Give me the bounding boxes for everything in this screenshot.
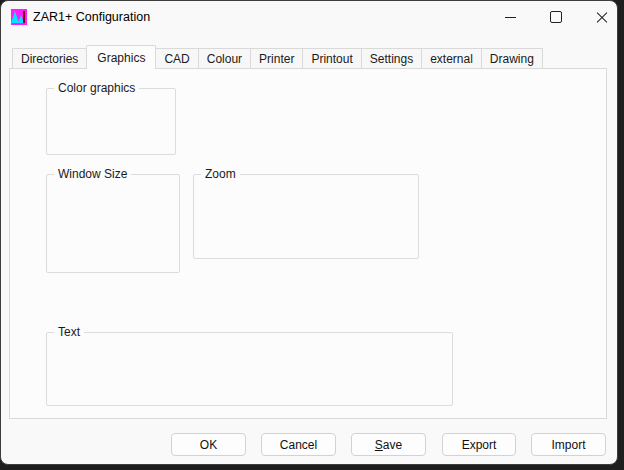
tab-bar: Directories Graphics CAD Colour Printer …	[13, 46, 543, 69]
color-graphics-group: Color graphics	[46, 88, 176, 155]
window-size-group: Window Size	[46, 174, 180, 273]
tab-printout[interactable]: Printout	[302, 48, 361, 68]
tab-cad[interactable]: CAD	[155, 48, 198, 68]
export-button-label: Export	[462, 438, 497, 452]
ok-button-label: OK	[200, 438, 217, 452]
title-bar: ZAR1+ Configuration	[1, 1, 617, 33]
tab-label: external	[430, 52, 473, 66]
tab-label: Settings	[370, 52, 413, 66]
save-button[interactable]: Save	[351, 433, 426, 456]
export-button[interactable]: Export	[442, 433, 516, 456]
window-title: ZAR1+ Configuration	[33, 10, 150, 24]
import-button[interactable]: Import	[531, 433, 606, 456]
text-legend: Text	[54, 325, 84, 339]
tab-external[interactable]: external	[421, 48, 482, 68]
close-icon	[596, 11, 608, 23]
cancel-button-label: Cancel	[280, 438, 317, 452]
text-group: Text	[46, 332, 453, 406]
import-button-label: Import	[551, 438, 585, 452]
configuration-dialog: ZAR1+ Configuration Directories Graphics…	[0, 0, 618, 465]
close-button[interactable]	[586, 3, 618, 31]
maximize-button[interactable]	[540, 3, 572, 31]
app-icon	[11, 9, 27, 25]
save-button-label: Save	[375, 438, 402, 452]
tab-graphics[interactable]: Graphics	[86, 45, 156, 69]
window-size-legend: Window Size	[54, 167, 131, 181]
tab-label: Drawing	[490, 52, 534, 66]
cancel-button[interactable]: Cancel	[261, 433, 336, 456]
tab-label: Printer	[259, 52, 294, 66]
tab-directories[interactable]: Directories	[12, 48, 87, 68]
tab-settings[interactable]: Settings	[361, 48, 422, 68]
tab-label: Colour	[207, 52, 242, 66]
tab-label: Directories	[21, 52, 78, 66]
tab-label: Printout	[311, 52, 352, 66]
minimize-icon	[505, 17, 516, 18]
tab-label: CAD	[164, 52, 189, 66]
color-graphics-legend: Color graphics	[54, 81, 139, 95]
tab-label: Graphics	[97, 51, 145, 65]
ok-button[interactable]: OK	[171, 433, 246, 456]
tab-drawing[interactable]: Drawing	[481, 48, 543, 68]
maximize-icon	[550, 11, 562, 23]
zoom-group: Zoom	[193, 174, 419, 259]
minimize-button[interactable]	[494, 3, 526, 31]
tab-printer[interactable]: Printer	[250, 48, 303, 68]
zoom-legend: Zoom	[201, 167, 240, 181]
tab-colour[interactable]: Colour	[198, 48, 251, 68]
